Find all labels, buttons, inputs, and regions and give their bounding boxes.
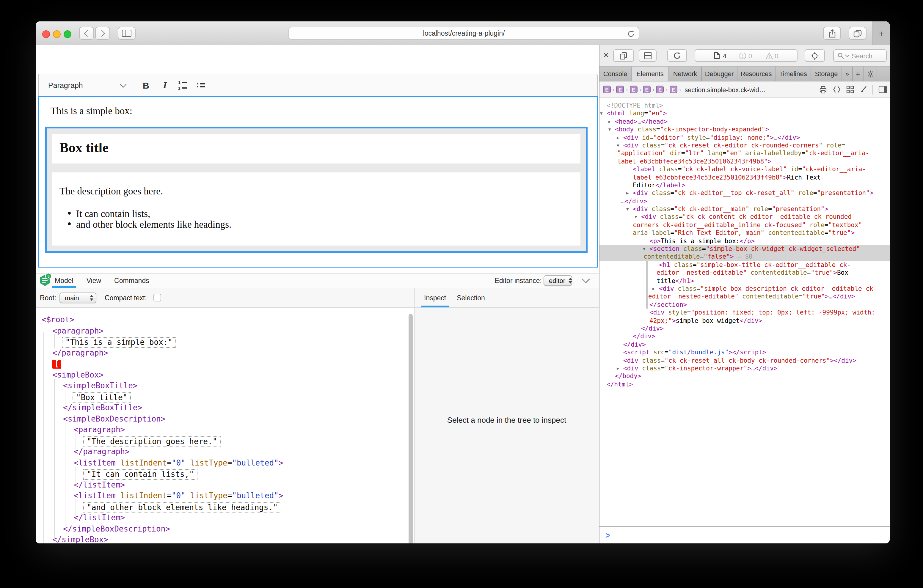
model-text-node[interactable]: "The description goes here." [83, 436, 221, 447]
back-button[interactable] [79, 27, 94, 40]
dom-tree-line[interactable]: ▼<html lang="en"> [599, 110, 890, 118]
collapse-icon[interactable]: ▼ [617, 142, 619, 150]
devtools-tab-storage[interactable]: Storage [811, 67, 842, 81]
model-tree-line[interactable]: </listItem> [36, 513, 407, 524]
model-tree-line[interactable]: "and other block elements like headings.… [36, 502, 407, 513]
tab-selection[interactable]: Selection [457, 288, 485, 307]
dom-tree-line[interactable]: Editor</label> [599, 181, 890, 189]
breadcrumb-element-badge[interactable]: E [656, 85, 664, 94]
model-text-node[interactable]: "Box title" [72, 392, 131, 402]
devtools-tab-network[interactable]: Network [669, 67, 702, 81]
model-tree-line[interactable]: <listItem listIndent="0" listType="bulle… [36, 458, 407, 469]
new-tab-button[interactable]: + [872, 21, 890, 45]
model-tree-line[interactable]: <listItem listIndent="0" listType="bulle… [36, 491, 407, 502]
dom-tree-line[interactable]: ▶<div id="editor" style="display: none;"… [599, 133, 890, 141]
simple-box-widget[interactable]: Box title The description goes here. It … [45, 126, 588, 253]
tab-overflow-button[interactable]: » [842, 67, 853, 81]
grid-icon[interactable] [846, 85, 854, 94]
expand-icon[interactable]: ▶ [608, 118, 611, 126]
issues-summary[interactable]: 4 0 0 [695, 49, 798, 62]
expand-icon[interactable]: ▶ [617, 134, 619, 142]
model-tree-line[interactable]: <paragraph> [36, 326, 407, 337]
quick-console[interactable]: > [599, 526, 890, 544]
box-title-text[interactable]: Box title [59, 140, 108, 156]
model-tree-line[interactable]: <simpleBoxDescription> [36, 414, 407, 425]
editor-instance-select[interactable]: editor [544, 275, 572, 286]
zoom-window-button[interactable] [63, 30, 71, 38]
devtools-tab-console[interactable]: Console [599, 67, 632, 81]
breadcrumb-element-badge[interactable]: E [643, 85, 650, 94]
address-bar[interactable]: localhost/creating-a-plugin/ [288, 27, 639, 40]
print-icon[interactable] [819, 85, 827, 94]
collapse-icon[interactable]: ▼ [626, 206, 629, 214]
description-text[interactable]: The description goes here. [59, 186, 163, 197]
model-tree-line[interactable]: </paragraph> [36, 447, 407, 458]
dom-tree-line[interactable]: title</h1> [599, 277, 890, 285]
tab-inspect[interactable]: Inspect [424, 288, 446, 307]
dom-tree-line[interactable]: 42px;">simple box widget</div> [599, 317, 890, 325]
model-text-node[interactable]: "and other block elements like headings.… [83, 502, 281, 512]
dom-tree-line[interactable]: <script src="dist/bundle.js"></script> [599, 348, 890, 356]
dom-tree-line[interactable]: <!DOCTYPE html> [599, 102, 890, 110]
list-item[interactable]: It can contain lists, [76, 208, 150, 220]
breadcrumb-element-badge[interactable]: E [629, 85, 637, 94]
bold-button[interactable]: B [140, 80, 152, 90]
model-tree-scrollbar[interactable] [409, 314, 413, 544]
model-tree-line[interactable]: <paragraph> [36, 425, 407, 436]
add-devtools-tab-button[interactable]: + [853, 67, 864, 81]
dom-tree-line[interactable]: label_e63cbbfece34c53ce23501062343f49b8"… [599, 157, 890, 165]
dom-tree-line[interactable]: label_e63cbbfece34c53ce23501062343f49b8"… [599, 173, 890, 181]
dom-tree-line[interactable]: "application" dir="ltr" lang="en" aria-l… [599, 149, 890, 158]
dom-tree-line[interactable]: ▶<head>…</head> [599, 118, 890, 126]
devtools-settings-button[interactable] [864, 67, 877, 81]
root-select[interactable]: main [59, 292, 96, 303]
dom-tree-line[interactable]: corners ck-editor__editable_inline ck-fo… [599, 221, 890, 229]
dom-tree-line[interactable]: contenteditable="false"> = $0 [599, 253, 890, 261]
dom-tree-line[interactable]: ▼<div class="ck ck-content ck-editor__ed… [599, 213, 890, 221]
intro-paragraph[interactable]: This is a simple box: [51, 105, 132, 117]
devtools-tab-resources[interactable]: Resources [737, 67, 775, 81]
expand-icon[interactable]: ▶ [617, 365, 619, 373]
model-tree-line[interactable]: </paragraph> [36, 348, 407, 359]
model-tree-line[interactable]: [ [36, 359, 407, 370]
share-button[interactable] [823, 27, 841, 40]
dom-tree-line[interactable]: <label class="ck ck-label ck-voice-label… [599, 165, 890, 173]
model-text-node[interactable]: "This is a simple box:" [62, 337, 176, 348]
bulleted-list-button[interactable] [197, 83, 205, 87]
list-item[interactable]: and other block elements like headings. [76, 219, 232, 231]
dom-tree-line[interactable]: </div> [599, 325, 890, 333]
tab-model[interactable]: Model [55, 273, 74, 288]
dom-tree-line[interactable]: ▶<div class="ck ck-editor__top ck-reset_… [599, 189, 890, 197]
close-window-button[interactable] [42, 30, 50, 38]
dom-tree-line[interactable]: <h1 class="simple-box-title ck-editor__e… [599, 261, 890, 269]
model-tree-line[interactable]: "The description goes here." [36, 436, 407, 447]
paintbrush-icon[interactable] [859, 85, 867, 94]
heading-dropdown[interactable]: Paragraph [48, 81, 83, 89]
dom-tree-line[interactable]: aria-label="Rich Text Editor, main" cont… [599, 229, 890, 237]
search-input[interactable]: Search [833, 49, 887, 62]
collapse-icon[interactable]: ▼ [643, 246, 645, 254]
breadcrumb-element-badge[interactable]: E [616, 85, 624, 94]
sidebar-button[interactable] [118, 27, 136, 40]
dom-tree-line[interactable]: </div> [599, 333, 890, 341]
model-tree-line[interactable]: </simpleBoxDescription> [36, 524, 407, 535]
model-tree-line[interactable]: <simpleBox> [36, 370, 407, 381]
numbered-list-button[interactable]: 12 [178, 80, 187, 90]
breadcrumb-current[interactable]: section.simple-box.ck-wid… [685, 86, 766, 93]
minimize-window-button[interactable] [53, 30, 60, 38]
dock-side-button[interactable] [639, 49, 657, 62]
dom-tree-line[interactable]: ▼<div class="ck ck-reset ck-editor ck-ro… [599, 141, 890, 149]
dom-tree-line[interactable]: </body> [599, 373, 890, 381]
collapse-icon[interactable]: ▼ [608, 126, 611, 134]
model-tree-line[interactable]: </listItem> [36, 480, 407, 491]
dom-tree-line[interactable]: <div style="position: fixed; top: 0px; l… [599, 309, 890, 317]
detach-devtools-button[interactable] [613, 49, 634, 62]
expand-icon[interactable]: ▶ [652, 286, 655, 293]
dom-tree-line[interactable]: </html> [599, 380, 890, 388]
model-tree-line[interactable]: </simpleBoxTitle> [36, 403, 407, 414]
chevron-down-icon[interactable] [120, 81, 126, 88]
model-tree-line[interactable]: "This is a simple box:" [36, 337, 407, 348]
model-tree-line[interactable]: </simpleBox> [36, 535, 407, 544]
dom-tree-line[interactable]: ▼<body class="ck-inspector-body-expanded… [599, 125, 890, 133]
dom-tree-line[interactable]: ▶<div class="simple-box-description ck-e… [599, 285, 890, 293]
